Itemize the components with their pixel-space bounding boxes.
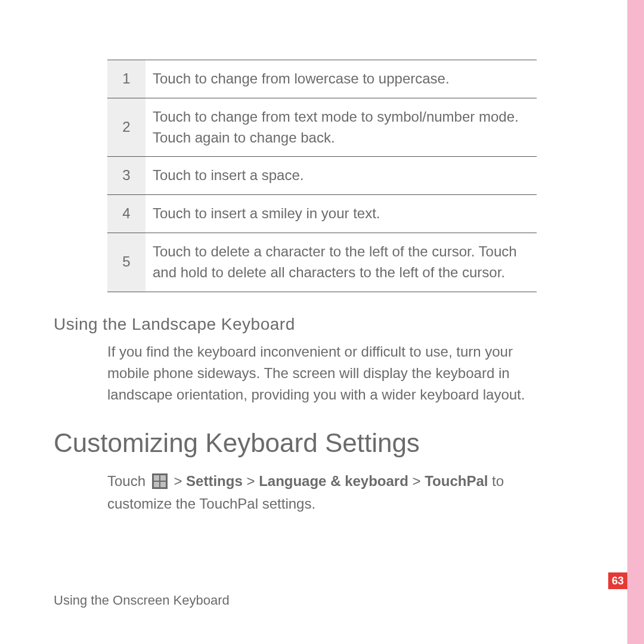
section-heading-customizing: Customizing Keyboard Settings bbox=[54, 428, 584, 458]
path-sep: > bbox=[243, 473, 259, 489]
subheading-landscape: Using the Landscape Keyboard bbox=[54, 315, 584, 334]
path-sep: > bbox=[170, 473, 186, 489]
keyboard-key-table: 1 Touch to change from lowercase to uppe… bbox=[107, 60, 537, 292]
navigation-path-line: Touch > Settings > Language & keyboard >… bbox=[107, 470, 549, 516]
row-number: 4 bbox=[107, 195, 145, 233]
table-row: 3 Touch to insert a space. bbox=[107, 157, 537, 195]
row-number: 2 bbox=[107, 98, 145, 157]
svg-rect-4 bbox=[160, 482, 166, 487]
row-number: 3 bbox=[107, 157, 145, 195]
side-accent-bar bbox=[627, 0, 644, 644]
table-row: 5 Touch to delete a character to the lef… bbox=[107, 233, 537, 292]
page-number-badge: 63 bbox=[608, 572, 627, 589]
touch-prefix: Touch bbox=[107, 473, 150, 489]
path-step: Language & keyboard bbox=[259, 473, 408, 489]
svg-rect-1 bbox=[154, 475, 159, 481]
page-content: 1 Touch to change from lowercase to uppe… bbox=[54, 0, 584, 515]
table-row: 4 Touch to insert a smiley in your text. bbox=[107, 195, 537, 233]
svg-rect-3 bbox=[154, 482, 159, 487]
row-desc: Touch to change from text mode to symbol… bbox=[145, 98, 537, 157]
row-desc: Touch to change from lowercase to upperc… bbox=[145, 60, 537, 98]
path-step: Settings bbox=[186, 473, 243, 489]
landscape-paragraph: If you find the keyboard inconvenient or… bbox=[107, 341, 549, 405]
table-row: 2 Touch to change from text mode to symb… bbox=[107, 98, 537, 157]
table-row: 1 Touch to change from lowercase to uppe… bbox=[107, 60, 537, 98]
row-desc: Touch to insert a smiley in your text. bbox=[145, 195, 537, 233]
path-sep: > bbox=[408, 473, 425, 489]
apps-grid-icon bbox=[152, 473, 168, 489]
svg-rect-2 bbox=[160, 475, 166, 481]
row-number: 5 bbox=[107, 233, 145, 292]
row-number: 1 bbox=[107, 60, 145, 98]
footer-text: Using the Onscreen Keyboard bbox=[54, 593, 230, 608]
row-desc: Touch to insert a space. bbox=[145, 157, 537, 195]
row-desc: Touch to delete a character to the left … bbox=[145, 233, 537, 292]
path-step: TouchPal bbox=[425, 473, 488, 489]
